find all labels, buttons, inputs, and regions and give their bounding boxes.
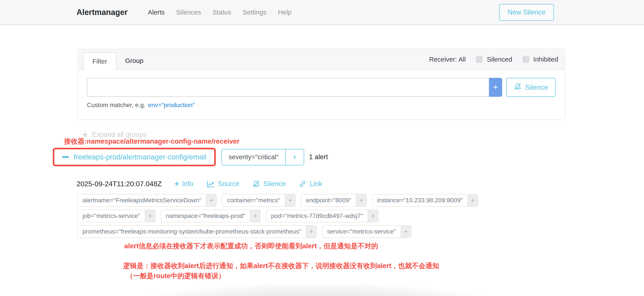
- matcher-input[interactable]: [87, 78, 489, 97]
- receiver-group-name: freeleaps-prod/alertmanager-config/email: [74, 153, 206, 161]
- silenced-checkbox[interactable]: [476, 56, 483, 63]
- inhibited-checkbox-wrap[interactable]: Inhibited: [522, 56, 558, 63]
- alert-action-info[interactable]: + Info: [174, 180, 193, 188]
- label-pill-pod[interactable]: pod="metrics-77d9cdb497-wdsj7" +: [266, 210, 378, 222]
- label-add-button[interactable]: +: [356, 194, 366, 206]
- label-text: endpoint="8009": [301, 194, 356, 206]
- minus-icon: [62, 156, 69, 158]
- label-add-button[interactable]: +: [400, 226, 411, 238]
- group-matcher-pill: severity="critical" +: [222, 149, 304, 165]
- filter-card: Filter Group Receiver: All Silenced Inhi…: [78, 49, 565, 120]
- matcher-input-group: +: [87, 78, 502, 97]
- receiver-group-toggle[interactable]: freeleaps-prod/alertmanager-config/email: [54, 153, 214, 161]
- tab-group[interactable]: Group: [116, 52, 152, 70]
- alert-action-silence-label: Silence: [263, 180, 286, 188]
- add-matcher-button[interactable]: +: [489, 78, 502, 97]
- annotation-receiver-note: 接收器:namespace/altermanager-config-name/r…: [64, 137, 240, 146]
- label-pill-endpoint[interactable]: endpoint="8009" +: [301, 194, 367, 207]
- label-pill-container[interactable]: container="metrics" +: [222, 194, 296, 207]
- filter-header-controls: Receiver: All Silenced Inhibited: [429, 49, 558, 70]
- tab-filter[interactable]: Filter: [83, 52, 116, 70]
- nav-links: Alerts Silences Status Settings Help: [148, 8, 292, 16]
- nav-item-status[interactable]: Status: [212, 8, 231, 16]
- plus-icon: +: [174, 180, 179, 188]
- label-text: namespace="freeleaps-prod": [161, 210, 250, 222]
- app-brand[interactable]: Alertmanager: [76, 8, 128, 17]
- link-icon: [298, 180, 307, 188]
- silence-from-filter-button[interactable]: Silence: [506, 78, 556, 97]
- matcher-example-link[interactable]: env="production": [148, 102, 195, 109]
- inhibited-checkbox-label: Inhibited: [533, 56, 558, 63]
- alert-action-source[interactable]: Source: [206, 180, 239, 188]
- alert-meta-row: 2025-09-24T11:20:07.048Z + Info Source S…: [76, 178, 322, 190]
- label-row: alertname="FreeleapsMetricsServiceDown" …: [78, 194, 513, 207]
- label-pill-job[interactable]: job="metrics-service" +: [78, 210, 156, 222]
- nav-item-alerts[interactable]: Alerts: [148, 8, 165, 16]
- alert-count: 1 alert: [309, 153, 328, 161]
- silenced-checkbox-label: Silenced: [487, 56, 512, 63]
- label-text: pod="metrics-77d9cdb497-wdsj7": [266, 210, 368, 222]
- label-pill-namespace[interactable]: namespace="freeleaps-prod" +: [161, 210, 261, 222]
- label-pill-alertname[interactable]: alertname="FreeleapsMetricsServiceDown" …: [78, 194, 217, 207]
- label-add-button[interactable]: +: [206, 194, 216, 206]
- label-pill-prometheus[interactable]: prometheus="freeleaps-monitoring-system/…: [78, 225, 317, 238]
- label-text: instance="10.233.98.209:8009": [372, 194, 468, 206]
- alert-action-link[interactable]: Link: [298, 180, 322, 188]
- silence-button-label: Silence: [525, 83, 548, 92]
- label-add-button[interactable]: +: [306, 226, 316, 238]
- label-add-button[interactable]: +: [368, 210, 378, 222]
- label-add-button[interactable]: +: [285, 194, 295, 206]
- alert-action-silence[interactable]: Silence: [252, 180, 286, 188]
- annotation-logic-note-line1: 逻辑是：接收器收到alert后进行通知，如果alert不在接收器下，说明接收器没…: [123, 261, 439, 270]
- annotation-logic-note-line2: （一般是route中的逻辑有错误）: [126, 271, 225, 280]
- label-row: prometheus="freeleaps-monitoring-system/…: [78, 225, 513, 238]
- label-add-button[interactable]: +: [468, 194, 478, 206]
- label-add-button[interactable]: +: [250, 210, 260, 222]
- label-pill-service[interactable]: service="metrics-service" +: [322, 225, 411, 238]
- alert-action-source-label: Source: [218, 180, 239, 188]
- alert-labels: alertname="FreeleapsMetricsServiceDown" …: [78, 194, 513, 241]
- navbar: Alertmanager Alerts Silences Status Sett…: [0, 0, 644, 25]
- label-text: job="metrics-service": [78, 210, 145, 222]
- nav-item-help[interactable]: Help: [278, 8, 292, 16]
- label-row: job="metrics-service" + namespace="freel…: [78, 210, 513, 222]
- alert-timestamp: 2025-09-24T11:20:07.048Z: [76, 180, 162, 188]
- annotation-highlight-box: freeleaps-prod/alertmanager-config/email: [53, 148, 216, 166]
- group-matcher-label[interactable]: severity="critical": [222, 149, 285, 165]
- label-text: prometheus="freeleaps-monitoring-system/…: [78, 226, 306, 238]
- label-add-button[interactable]: +: [145, 210, 155, 222]
- inhibited-checkbox[interactable]: [522, 56, 530, 63]
- bell-slash-icon: [514, 82, 522, 92]
- nav-item-silences[interactable]: Silences: [176, 8, 201, 16]
- alert-action-link-label: Link: [310, 180, 322, 188]
- label-text: alertname="FreeleapsMetricsServiceDown": [78, 194, 206, 206]
- screenshot-bottom-shadow: [134, 284, 497, 296]
- nav-item-settings[interactable]: Settings: [242, 8, 266, 16]
- chart-icon: [206, 180, 215, 188]
- label-text: service="metrics-service": [322, 226, 400, 238]
- filter-card-header: Filter Group Receiver: All Silenced Inhi…: [78, 49, 565, 70]
- label-pill-instance[interactable]: instance="10.233.98.209:8009" +: [372, 194, 478, 207]
- filter-card-body: + Silence Custom matcher, e.g. env="prod…: [78, 70, 565, 109]
- label-text: container="metrics": [222, 194, 285, 206]
- alert-action-info-label: Info: [182, 180, 193, 188]
- silenced-checkbox-wrap[interactable]: Silenced: [476, 56, 512, 63]
- annotation-alert-note: alert信息必须在接收器下才表示配置成功，否则即使能看到alert，但是通知是…: [124, 242, 378, 251]
- new-silence-button[interactable]: New Silence: [499, 4, 554, 21]
- receiver-filter-dropdown[interactable]: Receiver: All: [429, 56, 466, 63]
- bell-slash-icon: [252, 180, 260, 188]
- group-matcher-add-button[interactable]: +: [285, 149, 304, 165]
- receiver-group-row: freeleaps-prod/alertmanager-config/email…: [53, 148, 328, 166]
- custom-matcher-hint: Custom matcher, e.g.: [87, 102, 146, 109]
